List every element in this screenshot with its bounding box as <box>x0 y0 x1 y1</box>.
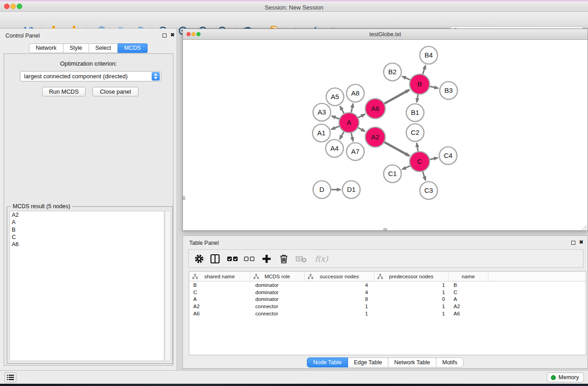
table-cell: C <box>449 290 488 295</box>
column-header-MCDS-role[interactable]: MCDS role <box>250 272 305 281</box>
columns-icon[interactable] <box>209 253 221 265</box>
table-row[interactable]: Bdominator41B <box>189 281 586 289</box>
graph-node-A2[interactable]: A2 <box>365 127 385 147</box>
graph-edge-A-A5[interactable] <box>340 106 344 114</box>
select-all-icon[interactable] <box>227 253 239 265</box>
graph-edge-C-C2[interactable] <box>417 143 418 151</box>
table-row[interactable]: Adominator80A <box>189 296 586 303</box>
graph-node-C3[interactable]: C3 <box>420 182 438 200</box>
graph-node-B4[interactable]: B4 <box>420 47 438 64</box>
graph-node-B[interactable]: B <box>410 74 430 94</box>
column-header-name[interactable]: name <box>449 272 488 281</box>
graph-node-A6[interactable]: A6 <box>365 99 385 119</box>
graph-edge-A-A3[interactable] <box>332 116 339 119</box>
table-row[interactable]: Cdominator41C <box>189 289 586 296</box>
tab-network-table[interactable]: Network Table <box>388 357 436 367</box>
graph-node-C[interactable]: C <box>410 152 430 172</box>
column-header-predecessor-nodes[interactable]: predecessor nodes <box>374 272 449 281</box>
tab-network[interactable]: Network <box>29 43 63 53</box>
graph-node-A8[interactable]: A8 <box>347 85 364 102</box>
criterion-value: largest connected component (directed) <box>20 73 152 80</box>
network-window-title: testGlobe.txt <box>183 31 588 38</box>
mcds-result-item[interactable]: B <box>10 226 164 234</box>
graph-edge-A-A8[interactable] <box>351 104 353 113</box>
close-table-panel-icon[interactable]: ✖ <box>579 239 583 245</box>
column-header-shared-name[interactable]: shared name <box>189 272 250 281</box>
graph-node-A[interactable]: A <box>339 113 359 133</box>
table-row[interactable]: A2connector11A2 <box>189 303 586 310</box>
tab-node-table[interactable]: Node Table <box>307 357 348 367</box>
graph-edge-A2-C[interactable] <box>384 142 409 156</box>
mcds-result-item[interactable]: A <box>10 219 164 226</box>
graph-node-D1[interactable]: D1 <box>343 181 360 199</box>
graph-node-B3[interactable]: B3 <box>440 82 458 100</box>
resize-grip-icon[interactable] <box>582 224 587 230</box>
mcds-result-item[interactable]: A6 <box>10 241 164 248</box>
delete-table-icon[interactable] <box>295 253 307 265</box>
mcds-result-item[interactable]: C <box>10 234 164 241</box>
graph-edge-B-B2[interactable] <box>402 76 410 80</box>
graph-node-A4[interactable]: A4 <box>326 140 344 157</box>
table-cell: A <box>449 296 488 302</box>
graph-edge-A6-B[interactable] <box>384 90 409 104</box>
deselect-all-icon[interactable] <box>244 253 255 265</box>
tab-edge-table[interactable]: Edge Table <box>348 357 388 367</box>
task-history-button[interactable] <box>5 372 16 382</box>
graph-node-A7[interactable]: A7 <box>347 143 364 161</box>
graph-node-A1[interactable]: A1 <box>313 124 330 142</box>
tab-select[interactable]: Select <box>89 43 118 53</box>
float-panel-icon[interactable] <box>163 33 167 38</box>
main-titlebar: Session: New Session <box>0 1 588 12</box>
graph-node-label: B2 <box>388 68 397 76</box>
graph-edge-C-C3[interactable] <box>423 172 425 181</box>
delete-icon[interactable] <box>278 253 290 265</box>
graph-node-label: C4 <box>444 152 452 159</box>
graph-edge-B-B3[interactable] <box>430 86 438 88</box>
mcds-list-scrollbar[interactable] <box>165 211 171 361</box>
graph-node-C2[interactable]: C2 <box>406 124 424 142</box>
table-cell: 8 <box>305 296 374 302</box>
network-window-titlebar[interactable]: testGlobe.txt <box>183 29 588 40</box>
fx-label: f(x) <box>315 254 328 263</box>
tab-style[interactable]: Style <box>63 43 89 53</box>
graph-edge-A-A4[interactable] <box>340 132 344 139</box>
graph-node-C4[interactable]: C4 <box>440 147 457 165</box>
graph-node-C1[interactable]: C1 <box>384 165 402 183</box>
table-panel-title: Table Panel <box>189 240 219 246</box>
settings-gear-icon[interactable] <box>193 253 205 265</box>
mcds-result-item[interactable]: A2 <box>10 211 164 219</box>
graph-edge-A-A2[interactable] <box>358 128 365 131</box>
graph-edge-A-A6[interactable] <box>358 114 365 118</box>
float-table-panel-icon[interactable] <box>571 241 575 245</box>
table-cell: 1 <box>305 304 374 309</box>
graph-edge-A-A1[interactable] <box>331 126 339 129</box>
graph-node-A3[interactable]: A3 <box>313 104 331 121</box>
graph-node-A5[interactable]: A5 <box>326 88 344 106</box>
network-graph[interactable]: B4B2BB3A8A5A6A3B1AC2A1A2A4A7C4CC1DD1C3 <box>183 40 588 230</box>
graph-edge-B-B1[interactable] <box>417 95 418 102</box>
graph-edge-C-C4[interactable] <box>430 158 438 160</box>
close-panel-icon[interactable]: ✖ <box>170 32 175 38</box>
tab-motifs[interactable]: Motifs <box>436 357 464 367</box>
graph-edge-C-C1[interactable] <box>402 166 410 169</box>
graph-edge-B-B4[interactable] <box>423 65 425 74</box>
main-toolbar <box>0 12 588 29</box>
criterion-dropdown[interactable]: largest connected component (directed) <box>20 71 161 81</box>
graph-node-B1[interactable]: B1 <box>406 104 424 122</box>
table-cell: 0 <box>374 296 449 302</box>
control-panel-title: Control Panel <box>5 33 40 39</box>
table-cell: A <box>189 296 250 302</box>
graph-node-D[interactable]: D <box>313 181 331 199</box>
function-builder-icon[interactable]: f(x) <box>314 253 329 265</box>
network-canvas[interactable]: B4B2BB3A8A5A6A3B1AC2A1A2A4A7C4CC1DD1C3 <box>183 40 588 230</box>
tab-mcds[interactable]: MCDS <box>118 43 148 53</box>
graph-node-label: C3 <box>424 186 433 194</box>
memory-button[interactable]: Memory <box>547 372 584 382</box>
add-column-icon[interactable] <box>261 253 272 265</box>
column-header-successor-nodes[interactable]: successor nodes <box>305 272 374 281</box>
graph-edge-A-A7[interactable] <box>351 133 353 141</box>
graph-node-B2[interactable]: B2 <box>384 63 402 81</box>
table-row[interactable]: A6connector11A6 <box>189 310 586 317</box>
run-mcds-button[interactable]: Run MCDS <box>42 87 86 96</box>
close-panel-button[interactable]: Close panel <box>92 87 139 96</box>
